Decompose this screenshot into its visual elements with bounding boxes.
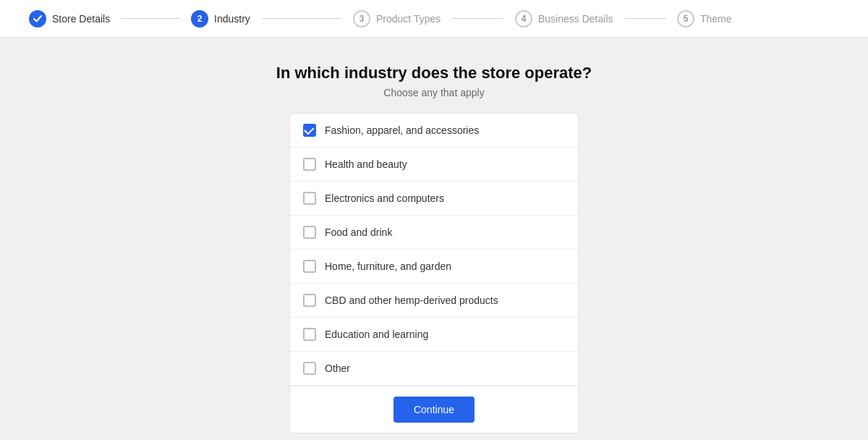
industry-item-other[interactable]: Other [290,352,578,386]
page-title: In which industry does the store operate… [276,64,592,82]
step-circle-business-details: 4 [515,10,532,28]
industry-item-cbd[interactable]: CBD and other hemp-derived products [290,284,578,318]
step-product-types[interactable]: 3 Product Types [353,10,515,28]
industry-label-cbd: CBD and other hemp-derived products [325,295,498,306]
step-industry[interactable]: 2 Industry [191,10,353,28]
checkbox-food[interactable] [303,226,316,239]
industry-label-health: Health and beauty [325,158,407,170]
step-circle-theme: 5 [677,10,694,28]
step-label-theme: Theme [700,13,732,25]
checkbox-electronics[interactable] [303,192,316,205]
checkbox-health[interactable] [303,158,316,171]
step-label-business-details: Business Details [538,13,613,25]
industry-label-electronics: Electronics and computers [325,192,444,204]
step-circle-industry: 2 [191,10,208,28]
step-circle-product-types: 3 [353,10,370,28]
industry-item-education[interactable]: Education and learning [290,318,578,352]
industry-item-electronics[interactable]: Electronics and computers [290,182,578,216]
checkbox-fashion[interactable] [303,124,316,137]
step-business-details[interactable]: 4 Business Details [515,10,677,28]
step-circle-store-details [29,10,46,28]
step-store-details[interactable]: Store Details [29,10,191,28]
step-line-2 [262,18,341,19]
industry-label-home: Home, furniture, and garden [325,261,451,272]
industry-item-home[interactable]: Home, furniture, and garden [290,250,578,284]
checkbox-education[interactable] [303,328,316,341]
checkbox-home[interactable] [303,260,316,273]
checkbox-other[interactable] [303,362,316,375]
step-label-store-details: Store Details [52,13,110,25]
industry-item-food[interactable]: Food and drink [290,216,578,250]
step-label-product-types: Product Types [376,13,441,25]
industry-label-fashion: Fashion, apparel, and accessories [325,124,479,136]
industry-label-food: Food and drink [325,227,392,238]
main-content: In which industry does the store operate… [0,38,868,433]
stepper: Store Details 2 Industry 3 Product Types… [0,0,868,38]
step-line-3 [452,18,503,19]
industry-item-health[interactable]: Health and beauty [290,148,578,182]
card-footer: Continue [290,386,578,433]
step-line-1 [122,18,179,19]
industry-item-fashion[interactable]: Fashion, apparel, and accessories [290,114,578,148]
continue-button[interactable]: Continue [393,397,475,423]
industry-label-other: Other [325,363,350,374]
step-theme[interactable]: 5 Theme [677,10,839,28]
step-line-4 [625,18,666,19]
step-label-industry: Industry [214,13,250,25]
industry-card: Fashion, apparel, and accessories Health… [289,113,579,433]
page-subtitle: Choose any that apply [383,87,484,98]
industry-label-education: Education and learning [325,329,428,340]
checkbox-cbd[interactable] [303,294,316,307]
